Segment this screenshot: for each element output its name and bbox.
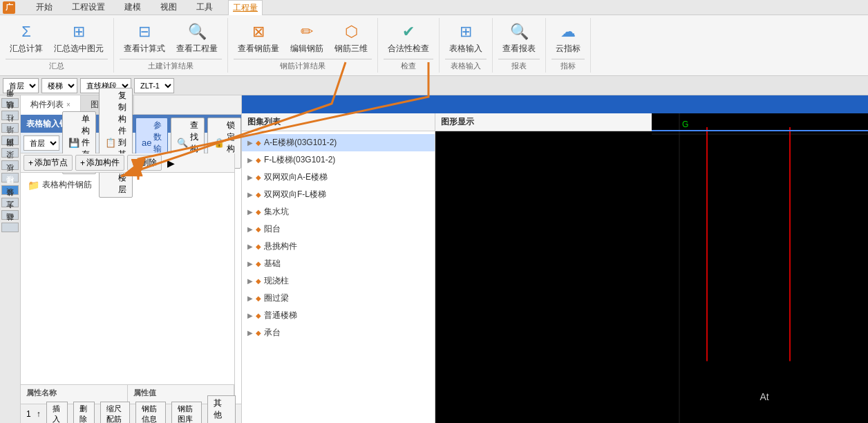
arrow-icon-8: ▶	[247, 277, 253, 285]
list-item-double-ae[interactable]: ▶ ◆ 双网双向A-E楼梯	[242, 169, 435, 186]
menu-tools[interactable]: 工具	[192, 0, 217, 15]
calc-select-label: 汇总选中图元	[54, 44, 104, 55]
calc-all-button[interactable]: Σ 汇总计算	[6, 19, 47, 57]
ribbon-group-check-label: 检查	[384, 59, 433, 71]
view-calc-label: 查看计算式	[124, 44, 165, 55]
list-item-ae-stair-label: A-E楼梯(03G101-2)	[264, 137, 337, 149]
type-select[interactable]: 楼梯	[41, 78, 77, 93]
table-input-label: 表格输入	[449, 44, 482, 55]
resize-rebar-btn[interactable]: 缩尺配筋	[100, 402, 131, 424]
sidebar-tab-beam[interactable]: 梁	[1, 160, 19, 170]
tab-component-list-label: 构件列表	[30, 99, 64, 111]
sidebar-tab-wall[interactable]: 墙	[1, 135, 19, 145]
ribbon: Σ 汇总计算 ⊞ 汇总选中图元 汇总 ⊟ 查看计算式 🔍 查看工程量 土建计算结…	[0, 15, 868, 76]
delete-btn[interactable]: ✕ 删除	[127, 155, 162, 171]
sidebar-tab-door-window[interactable]: 门窗洞	[1, 148, 19, 158]
menu-start[interactable]: 开始	[32, 0, 57, 15]
blue-nav-bar	[242, 95, 868, 113]
delete-icon: ✕	[132, 158, 139, 168]
ribbon-group-civil: ⊟ 查看计算式 🔍 查看工程量 土建计算结果	[114, 18, 228, 73]
edit-rebar-button[interactable]: ✏ 编辑钢筋	[286, 19, 328, 57]
floor-select[interactable]: 首层	[3, 78, 39, 93]
arrow-icon-2: ▶	[247, 173, 253, 181]
arrow-icon-11: ▶	[247, 329, 253, 337]
list-item-fl-stair[interactable]: ▶ ◆ F-L楼梯(03G101-2)	[242, 151, 435, 169]
cloud-icon: ☁	[560, 22, 576, 42]
display-title: 图形显示	[435, 113, 652, 131]
list-item-double-ae-label: 双网双向A-E楼梯	[264, 171, 328, 183]
calc-all-label: 汇总计算	[10, 44, 43, 55]
list-item-overhang[interactable]: ▶ ◆ 悬挑构件	[242, 238, 435, 255]
list-item-cast-pile[interactable]: ▶ ◆ 现浇柱	[242, 272, 435, 290]
arrow-icon-9: ▶	[247, 294, 253, 302]
cad-area: G At	[652, 113, 868, 423]
list-item-balcony[interactable]: ▶ ◆ 阳台	[242, 220, 435, 238]
tree-more-btn[interactable]: ▶	[164, 158, 178, 169]
delete-row-btn[interactable]: 删除	[73, 402, 95, 424]
add-component-icon: +	[80, 158, 85, 168]
display-area: 图形显示	[435, 113, 652, 423]
add-node-label: 添加节点	[35, 157, 68, 169]
list-item-sump[interactable]: ▶ ◆ 集水坑	[242, 203, 435, 220]
edit-rebar-icon: ✏	[301, 22, 313, 42]
delete-label: 删除	[140, 157, 157, 169]
atlas-list-content: ▶ ◆ A-E楼梯(03G101-2) ▶ ◆ F-L楼梯(03G101-2) …	[242, 131, 435, 423]
sidebar-tab-column[interactable]: 柱	[1, 123, 19, 133]
id-select[interactable]: ZLT-1	[134, 78, 174, 93]
menu-view[interactable]: 视图	[156, 0, 181, 15]
cloud-indicator-button[interactable]: ☁ 云指标	[551, 19, 585, 57]
list-item-lintel[interactable]: ▶ ◆ 圈过梁	[242, 290, 435, 307]
copy-icon: 📋	[105, 138, 116, 148]
sidebar-tab-axis[interactable]: 轴线	[1, 111, 19, 120]
diamond-icon-6: ◆	[256, 243, 261, 250]
right-split: 图集列表 ▶ ◆ A-E楼梯(03G101-2) ▶ ◆ F-L楼梯(03G10…	[242, 113, 868, 423]
other-arrow-icon: ▼	[214, 421, 222, 424]
other-btn[interactable]: 其他 ▼	[207, 395, 236, 424]
content-split: + 添加节点 + 添加构件 ✕ 删除 ▶ 📁	[21, 153, 241, 404]
list-item-normal-stair[interactable]: ▶ ◆ 普通楼梯	[242, 307, 435, 324]
list-item-sump-label: 集水坑	[264, 206, 289, 218]
ribbon-group-check: ✔ 合法性检查 检查	[378, 18, 440, 73]
ribbon-group-table: ⊞ 表格输入 表格输入	[440, 18, 493, 73]
left-panel: 构件列表 × 图纸管理 表格输入钢筋 首层 💾 单构件存盘 📋 复制构件到其它楼…	[21, 95, 242, 423]
at-annotation: At	[760, 391, 769, 402]
grid-icon: ⊞	[73, 22, 85, 42]
list-item-double-fl[interactable]: ▶ ◆ 双网双向F-L楼梯	[242, 186, 435, 203]
calc-select-button[interactable]: ⊞ 汇总选中图元	[50, 19, 108, 57]
menu-settings[interactable]: 工程设置	[68, 0, 109, 15]
list-item-pile-cap[interactable]: ▶ ◆ 承台	[242, 324, 435, 341]
atlas-list: 图集列表 ▶ ◆ A-E楼梯(03G101-2) ▶ ◆ F-L楼梯(03G10…	[242, 113, 435, 423]
list-item-balcony-label: 阳台	[264, 223, 281, 235]
list-item-foundation-label: 基础	[264, 258, 281, 270]
tree-folder-item[interactable]: 📁 表格构件钢筋	[25, 177, 230, 193]
row-up-btn[interactable]: ↑	[37, 409, 41, 419]
menu-model[interactable]: 建模	[120, 0, 145, 15]
view-calc-button[interactable]: ⊟ 查看计算式	[120, 19, 169, 57]
ribbon-group-civil-label: 土建计算结果	[120, 59, 222, 71]
sub-floor-select[interactable]: 首层	[23, 135, 59, 151]
sidebar-tab-common[interactable]: 常用	[1, 98, 19, 108]
view-amount-button[interactable]: 🔍 查看工程量	[172, 19, 222, 57]
diamond-icon-2: ◆	[256, 173, 261, 181]
rebar-info-btn[interactable]: 钢筋信息	[135, 402, 166, 424]
list-item-ae-stair[interactable]: ▶ ◆ A-E楼梯(03G101-2)	[242, 134, 435, 151]
view-report-button[interactable]: 🔍 查看报表	[498, 19, 540, 57]
rebar-3d-button[interactable]: ⬡ 钢筋三维	[330, 19, 372, 57]
sidebar-tab-stair[interactable]: 楼梯	[1, 185, 19, 195]
legal-check-button[interactable]: ✔ 合法性检查	[384, 19, 433, 57]
tab-component-list-close[interactable]: ×	[66, 101, 70, 109]
table-input-button[interactable]: ⊞ 表格输入	[445, 19, 487, 57]
diamond-icon-8: ◆	[256, 277, 261, 285]
add-node-btn[interactable]: + 添加节点	[23, 155, 73, 171]
view-rebar-qty-button[interactable]: ⊠ 查看钢筋量	[234, 19, 283, 57]
sidebar-tab-foundation[interactable]: 基础	[1, 223, 19, 232]
insert-btn[interactable]: 插入	[46, 402, 68, 424]
sidebar-tab-decoration[interactable]: 装修	[1, 198, 19, 207]
find-icon: 🔍	[177, 138, 188, 148]
rebar-library-btn[interactable]: 钢筋图库	[171, 402, 202, 424]
sidebar-tab-slab[interactable]: 板	[1, 173, 19, 182]
menu-quantity[interactable]: 工程量	[228, 0, 263, 15]
add-component-btn[interactable]: + 添加构件	[75, 155, 124, 171]
sidebar-tab-earthwork[interactable]: 土方	[1, 210, 19, 220]
list-item-foundation[interactable]: ▶ ◆ 基础	[242, 255, 435, 272]
